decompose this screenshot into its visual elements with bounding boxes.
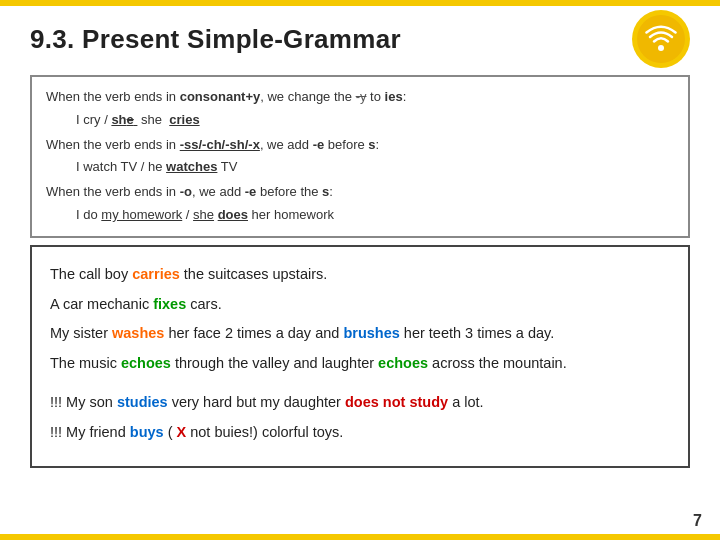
s3-pre: My sister (50, 325, 112, 341)
sentence4: The music echoes through the valley and … (50, 350, 670, 378)
rule3-highlight: -o (180, 182, 192, 203)
s5-pre: !!! My son (50, 394, 117, 410)
rule1-example-she: she (141, 112, 166, 127)
sentence5: !!! My son studies very hard but my daug… (50, 389, 670, 417)
s3-post: her teeth 3 times a day. (400, 325, 554, 341)
rule2-text3: before (324, 135, 368, 156)
wifi-icon (644, 22, 678, 56)
rule3-line: When the verb ends in -o , we add -e bef… (46, 182, 674, 203)
logo-inner (637, 15, 685, 63)
rule2-text2: , we add (260, 135, 313, 156)
s6-post: not buies!) colorful toys. (186, 424, 343, 440)
s4-post: across the mountain. (428, 355, 567, 371)
rule2-text4: : (376, 135, 380, 156)
title-area: 9.3. Present Simple-Grammar (30, 10, 690, 68)
rule2-text: When the verb ends in (46, 135, 180, 156)
rule1-highlight: consonant+y (180, 87, 261, 108)
sentence2: A car mechanic fixes cars. (50, 291, 670, 319)
rule1-example-verb: she (111, 112, 137, 127)
rule2-example: I watch TV / he watches TV (76, 157, 674, 178)
rule2-line: When the verb ends in -ss/-ch/-sh/-x , w… (46, 135, 674, 156)
s4-mid: through the valley and laughter (171, 355, 378, 371)
rule2-example-verb: watches (166, 159, 217, 174)
grammar-box: When the verb ends in consonant+y , we c… (30, 75, 690, 238)
rule2-highlight: -ss/-ch/-sh/-x (180, 135, 260, 156)
rule1-example-cries: cries (169, 112, 199, 127)
rule3-example-homework1: my homework (101, 207, 182, 222)
s6-x: X (177, 424, 187, 440)
s1-verb: carries (132, 266, 180, 282)
logo-circle (632, 10, 690, 68)
s3-mid: her face 2 times a day and (164, 325, 343, 341)
rule1-example: I cry / she she cries (76, 110, 674, 131)
sentence1: The call boy carries the suitcases upsta… (50, 261, 670, 289)
practice-box: The call boy carries the suitcases upsta… (30, 245, 690, 468)
svg-point-0 (658, 45, 664, 51)
rule1-strike: -y (356, 87, 367, 108)
rule3-example-does: does (218, 207, 248, 222)
s6-pre: !!! My friend (50, 424, 130, 440)
s5-post: a lot. (448, 394, 483, 410)
s5-mid: very hard but my daughter (168, 394, 345, 410)
s5-verb1: studies (117, 394, 168, 410)
rule1-text: When the verb ends in (46, 87, 180, 108)
s1-post: the suitcases upstairs. (180, 266, 328, 282)
rule3-text4: : (329, 182, 333, 203)
rule2-highlight3: s (368, 135, 375, 156)
slide-page: 9.3. Present Simple-Grammar When the ver… (0, 0, 720, 540)
rule1-text4: : (403, 87, 407, 108)
rule1-text3: to (367, 87, 385, 108)
sentence6: !!! My friend buys ( X not buies!) color… (50, 419, 670, 447)
s4-verb2: echoes (378, 355, 428, 371)
rule3-highlight3: s (322, 182, 329, 203)
s4-verb1: echoes (121, 355, 171, 371)
s6-verb: buys (130, 424, 164, 440)
slide-title: 9.3. Present Simple-Grammar (30, 24, 401, 55)
s4-pre: The music (50, 355, 121, 371)
s6-mid: ( (164, 424, 177, 440)
s3-verb2: brushes (343, 325, 399, 341)
rule1-line: When the verb ends in consonant+y , we c… (46, 87, 674, 108)
s2-post: cars. (186, 296, 221, 312)
top-bar (0, 0, 720, 6)
page-number: 7 (693, 512, 702, 530)
rule3-example: I do my homework / she does her homework (76, 205, 674, 226)
s2-pre: A car mechanic (50, 296, 153, 312)
s1-pre: The call boy (50, 266, 132, 282)
bottom-bar (0, 534, 720, 540)
s5-verb2: does not study (345, 394, 448, 410)
rule3-highlight2: -e (245, 182, 257, 203)
rule3-text3: before the (256, 182, 322, 203)
rule1-text2: , we change the (260, 87, 355, 108)
rule2-highlight2: -e (313, 135, 325, 156)
rule1-highlight2: ies (385, 87, 403, 108)
rule3-text: When the verb ends in (46, 182, 180, 203)
s2-verb: fixes (153, 296, 186, 312)
sentence3: My sister washes her face 2 times a day … (50, 320, 670, 348)
rule3-text2: , we add (192, 182, 245, 203)
s3-verb1: washes (112, 325, 164, 341)
rule3-example-she: she (193, 207, 214, 222)
